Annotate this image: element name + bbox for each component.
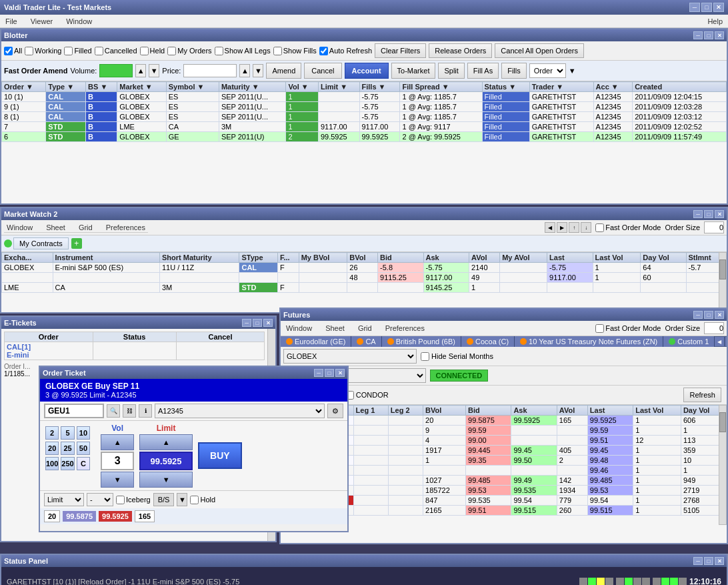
ot-maximize[interactable]: □: [325, 369, 334, 377]
tab-next-btn[interactable]: ▶: [725, 337, 727, 346]
my-orders-checkbox[interactable]: [167, 47, 176, 55]
tab-cocoa[interactable]: Cocoa (C): [461, 336, 515, 347]
show-fills-checkbox[interactable]: [273, 47, 282, 55]
limit-up-btn[interactable]: ▲: [139, 434, 193, 450]
close-btn[interactable]: ✕: [713, 3, 724, 12]
qty-25[interactable]: 25: [61, 442, 74, 455]
tab-custom[interactable]: Custom 1: [663, 336, 715, 347]
dropdown-btn[interactable]: ▼: [177, 493, 187, 506]
to-market-btn[interactable]: To-Market: [391, 63, 436, 79]
mw-preferences[interactable]: Preferences: [103, 223, 148, 232]
filled-checkbox[interactable]: [64, 47, 73, 55]
mw-btn3[interactable]: ↑: [569, 222, 579, 233]
ot-minimize[interactable]: ─: [314, 369, 323, 377]
vol-down-btn[interactable]: ▼: [101, 472, 134, 488]
cancelled-checkbox-label[interactable]: Cancelled: [95, 47, 137, 55]
tab-bp[interactable]: British Pound (6B): [382, 336, 461, 347]
working-checkbox[interactable]: [25, 47, 33, 55]
fills-btn[interactable]: Fills: [501, 63, 527, 79]
limit-down-btn[interactable]: ▼: [139, 472, 193, 488]
qty-20[interactable]: 20: [45, 442, 59, 455]
symbol-search-btn[interactable]: 🔍: [107, 404, 120, 418]
bs-button[interactable]: B/S: [153, 493, 175, 506]
symbol-input[interactable]: [44, 404, 104, 418]
vol-down-btn[interactable]: ▼: [149, 64, 159, 77]
fut-window[interactable]: Window: [283, 324, 315, 333]
et-close[interactable]: ✕: [263, 319, 273, 327]
account-select[interactable]: A12345: [155, 404, 325, 418]
add-contract-btn[interactable]: +: [71, 238, 82, 249]
mw-window[interactable]: Window: [4, 223, 35, 232]
fast-order-mode-label[interactable]: Fast Order Mode: [595, 223, 661, 232]
exchange-select[interactable]: GLOBEX: [283, 349, 417, 364]
blotter-close[interactable]: ✕: [715, 31, 724, 39]
qty-2[interactable]: 2: [45, 426, 59, 440]
qty-c[interactable]: C: [77, 457, 90, 470]
fill-as-btn[interactable]: Fill As: [467, 63, 499, 79]
fut-preferences[interactable]: Preferences: [383, 324, 427, 333]
price-down-btn[interactable]: ▼: [253, 64, 263, 77]
fut-sheet[interactable]: Sheet: [323, 324, 347, 333]
qty-10[interactable]: 10: [77, 426, 90, 440]
fut-order-size-input[interactable]: [704, 322, 724, 334]
blotter-minimize[interactable]: ─: [693, 31, 703, 39]
all-checkbox[interactable]: [4, 47, 13, 55]
menu-file[interactable]: File: [3, 17, 20, 26]
mw-minimize[interactable]: ─: [693, 210, 703, 218]
tab-ca[interactable]: CA: [351, 336, 381, 347]
iceberg-label[interactable]: Iceberg: [116, 496, 151, 504]
vol-up-btn[interactable]: ▲: [101, 434, 134, 450]
iceberg-checkbox[interactable]: [116, 496, 125, 504]
hold-checkbox[interactable]: [190, 496, 199, 504]
tab-10yr[interactable]: 10 Year US Treasury Note Futures (ZN): [515, 336, 663, 347]
minimize-btn[interactable]: ─: [689, 3, 700, 12]
qty-100[interactable]: 100: [45, 457, 59, 470]
show-all-legs-label[interactable]: Show All Legs: [215, 47, 271, 55]
order-type-select[interactable]: Limit: [44, 493, 84, 506]
order-subtype-select[interactable]: -: [87, 493, 113, 506]
condor-checkbox-label[interactable]: CONDOR: [345, 391, 389, 400]
mw-btn1[interactable]: ◀: [545, 222, 555, 233]
price-input[interactable]: [183, 64, 237, 77]
menu-help[interactable]: Help: [705, 17, 725, 26]
sp-minimize[interactable]: ─: [693, 557, 703, 565]
mw-sheet[interactable]: Sheet: [43, 223, 68, 232]
symbol-chain-btn[interactable]: ⛓: [123, 404, 136, 418]
mw-maximize[interactable]: □: [704, 210, 713, 218]
ot-close[interactable]: ✕: [335, 369, 345, 377]
mw-scrollbar[interactable]: [719, 252, 727, 312]
split-btn[interactable]: Split: [438, 63, 464, 79]
cancelled-checkbox[interactable]: [95, 47, 103, 55]
account-extra-btn[interactable]: ⚙: [327, 404, 343, 418]
account-btn[interactable]: Account: [345, 63, 389, 79]
my-contracts-tab[interactable]: My Contracts: [13, 237, 69, 249]
sp-close[interactable]: ✕: [715, 557, 724, 565]
fut-grid[interactable]: Grid: [355, 324, 375, 333]
vol-up-btn[interactable]: ▲: [135, 64, 146, 77]
maximize-btn[interactable]: □: [701, 3, 712, 12]
amend-btn[interactable]: Amend: [266, 63, 301, 79]
tab-eurodollar[interactable]: Eurodollar (GE): [281, 336, 351, 347]
qty-50[interactable]: 50: [77, 442, 90, 455]
hold-label[interactable]: Hold: [190, 496, 215, 504]
qty-250[interactable]: 250: [61, 457, 74, 470]
sp-maximize[interactable]: □: [704, 557, 713, 565]
release-orders-btn[interactable]: Release Orders: [429, 43, 492, 58]
mw-grid[interactable]: Grid: [76, 223, 95, 232]
show-all-legs-checkbox[interactable]: [215, 47, 223, 55]
held-checkbox-label[interactable]: Held: [140, 47, 165, 55]
held-checkbox[interactable]: [140, 47, 149, 55]
all-checkbox-label[interactable]: All: [4, 47, 22, 55]
fut-fast-order-cb[interactable]: [595, 324, 604, 333]
fut-fast-order-label[interactable]: Fast Order Mode: [595, 324, 661, 333]
refresh-btn[interactable]: Refresh: [683, 388, 721, 402]
show-fills-label[interactable]: Show Fills: [273, 47, 317, 55]
auto-refresh-label[interactable]: Auto Refresh: [319, 47, 372, 55]
menu-window[interactable]: Window: [63, 17, 95, 26]
et-minimize[interactable]: ─: [242, 319, 251, 327]
mw-close[interactable]: ✕: [715, 210, 724, 218]
tab-prev-btn[interactable]: ◀: [715, 337, 724, 346]
mw-btn2[interactable]: ▶: [557, 222, 567, 233]
et-maximize[interactable]: □: [253, 319, 262, 327]
buy-button[interactable]: BUY: [198, 442, 242, 469]
